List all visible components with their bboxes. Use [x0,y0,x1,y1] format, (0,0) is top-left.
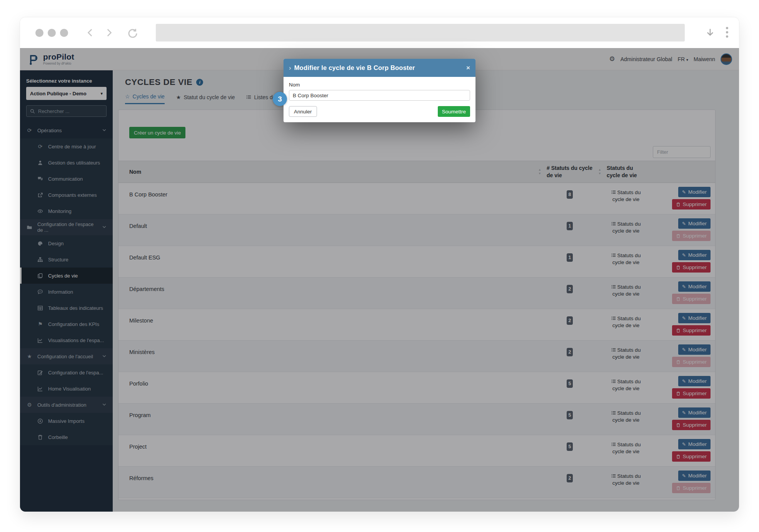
step-3-badge: 3 [273,92,287,106]
forward-icon[interactable] [104,28,114,38]
browser-menu-icon[interactable] [726,27,728,38]
chevron-right-icon: › [289,64,291,72]
back-icon[interactable] [85,28,95,38]
cancel-button[interactable]: Annuler [289,106,317,117]
browser-window: proPilot Powered by dFakto ⚙ Administrat… [20,17,739,512]
desktop: proPilot Powered by dFakto ⚙ Administrat… [0,0,759,532]
edit-lifecycle-modal: › Modifier le cycle de vie B Corp Booste… [284,59,475,122]
download-icon[interactable] [705,27,715,38]
modal-title: Modifier le cycle de vie B Corp Booster [294,64,415,71]
name-field[interactable] [289,90,470,101]
name-field-label: Nom [289,82,470,88]
address-bar[interactable] [156,24,685,42]
window-control-dots[interactable] [35,29,68,37]
reload-icon[interactable] [127,28,138,39]
modal-header: › Modifier le cycle de vie B Corp Booste… [284,59,475,77]
browser-chrome [20,17,739,48]
close-icon[interactable]: × [466,64,470,72]
submit-button[interactable]: Soumettre [438,106,470,117]
